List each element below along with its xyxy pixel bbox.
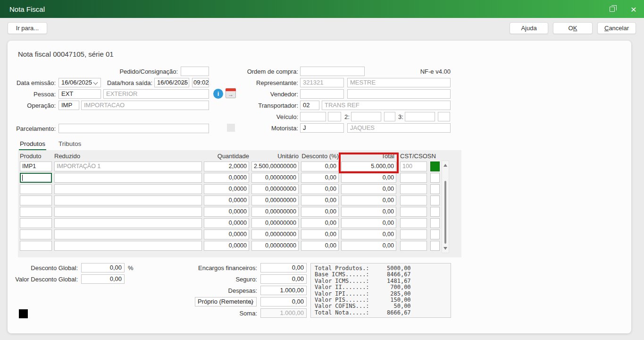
produto-cell[interactable]: IMP1 — [20, 162, 52, 171]
unitario-cell[interactable]: 0,00000000 — [251, 218, 299, 228]
total-cell[interactable]: 0,00 — [341, 173, 396, 183]
cst-csosn-cell[interactable] — [400, 184, 427, 194]
cst-csosn-cell[interactable] — [400, 207, 427, 217]
representante-code-field[interactable]: 321321 — [300, 78, 344, 87]
quantidade-cell[interactable]: 0,0000 — [204, 173, 249, 183]
cst-csosn-cell[interactable] — [400, 173, 427, 183]
quantidade-cell[interactable]: 2,0000 — [204, 162, 249, 171]
pedido-consignacao-field[interactable] — [181, 67, 209, 76]
total-cell[interactable]: 5.000,00 — [341, 162, 396, 171]
operacao-name-field[interactable]: IMPORTACAO — [81, 101, 209, 110]
cst-csosn-cell[interactable] — [400, 196, 427, 205]
reduzido-cell[interactable] — [54, 184, 202, 194]
cst-csosn-cell[interactable] — [400, 218, 427, 228]
quantidade-cell[interactable]: 0,0000 — [204, 218, 249, 228]
data-emissao-select[interactable]: 16/06/2025 — [59, 78, 101, 87]
reduzido-cell[interactable] — [54, 230, 202, 239]
unitario-cell[interactable]: 0,00000000 — [251, 230, 299, 239]
data-saida-select[interactable]: 16/06/2025 — [154, 78, 189, 87]
total-cell[interactable]: 0,00 — [341, 218, 396, 228]
ordem-compra-field[interactable] — [300, 67, 365, 76]
total-cell[interactable]: 0,00 — [341, 230, 396, 239]
calendar-schedule-icon[interactable]: → — [226, 88, 236, 98]
despesas-field[interactable]: 1.000,00 — [260, 286, 307, 295]
ok-button[interactable]: OK — [553, 22, 593, 34]
transportador-code-field[interactable]: 02 — [300, 101, 319, 110]
restore-window-icon[interactable] — [610, 7, 615, 12]
quantidade-cell[interactable]: 0,0000 — [204, 196, 249, 205]
scroll-up-icon[interactable] — [443, 164, 447, 167]
representante-name-field[interactable]: MESTRE — [347, 78, 451, 87]
veiculo2-uf-field[interactable] — [384, 112, 395, 121]
parcelamento-button[interactable] — [227, 124, 235, 132]
produto-cell[interactable] — [20, 207, 52, 217]
total-cell[interactable]: 0,00 — [341, 241, 396, 251]
desconto-cell[interactable]: 0,00 — [301, 218, 339, 228]
tab-tributos[interactable]: Tributos — [58, 140, 82, 151]
unitario-cell[interactable]: 0,00000000 — [251, 196, 299, 205]
reduzido-cell[interactable] — [54, 173, 202, 183]
reduzido-cell[interactable] — [54, 207, 202, 217]
transportador-name-field[interactable]: TRANS REF — [322, 101, 451, 110]
veiculo2-field[interactable] — [351, 112, 381, 121]
total-cell[interactable]: 0,00 — [341, 196, 396, 205]
vendedor-name-field[interactable] — [347, 89, 451, 99]
produto-cell[interactable] — [20, 173, 52, 183]
desconto-cell[interactable]: 0,00 — [301, 196, 339, 205]
close-window-icon[interactable]: × — [631, 4, 636, 14]
unitario-cell[interactable]: 0,00000000 — [251, 184, 299, 194]
vendedor-code-field[interactable] — [300, 89, 344, 99]
unitario-cell[interactable]: 2.500,00000000 — [251, 162, 299, 171]
veiculo1-uf-field[interactable] — [328, 112, 341, 121]
tab-produtos[interactable]: Produtos — [19, 140, 46, 151]
info-icon[interactable]: i — [213, 89, 223, 99]
parcelamento-field[interactable] — [59, 124, 209, 133]
produto-cell[interactable] — [20, 184, 52, 194]
cancel-button[interactable]: Cancelar — [597, 22, 636, 34]
veiculo3-field[interactable] — [405, 112, 435, 121]
produto-cell[interactable] — [20, 218, 52, 228]
operacao-code-field[interactable]: IMP — [59, 101, 79, 110]
cst-csosn-cell[interactable] — [400, 230, 427, 239]
pessoa-name-field[interactable]: EXTERIOR — [103, 89, 209, 99]
encargos-field[interactable]: 0,00 — [260, 263, 307, 272]
pessoa-code-field[interactable]: EXT — [59, 89, 101, 99]
total-cell[interactable]: 0,00 — [341, 207, 396, 217]
unitario-cell[interactable]: 0,00000000 — [251, 173, 299, 183]
produto-cell[interactable] — [20, 241, 52, 251]
reduzido-cell[interactable] — [54, 241, 202, 251]
quantidade-cell[interactable]: 0,0000 — [204, 184, 249, 194]
unitario-cell[interactable]: 0,00000000 — [251, 241, 299, 251]
hora-saida-field[interactable]: 09:02 — [192, 78, 209, 87]
total-cell[interactable]: 0,00 — [341, 184, 396, 194]
produto-cell[interactable] — [20, 196, 52, 205]
motorista-name-field[interactable]: JAQUES — [347, 123, 451, 133]
quantidade-cell[interactable]: 0,0000 — [204, 230, 249, 239]
unitario-cell[interactable]: 0,00000000 — [251, 207, 299, 217]
frete-field[interactable]: 0,00 — [260, 297, 307, 306]
color-swatch[interactable] — [19, 309, 28, 318]
veiculo1-field[interactable] — [300, 112, 326, 121]
scroll-down-icon[interactable] — [443, 247, 447, 250]
veiculo3-uf-field[interactable] — [438, 112, 450, 121]
produto-cell[interactable] — [20, 230, 52, 239]
valor-desconto-global-field[interactable]: 0,00 — [81, 274, 125, 284]
desconto-cell[interactable]: 0,00 — [301, 173, 339, 183]
desconto-cell[interactable]: 0,00 — [301, 230, 339, 239]
reduzido-cell[interactable]: IMPORTAÇÃO 1 — [54, 162, 202, 171]
go-to-button[interactable]: Ir para... — [8, 22, 47, 34]
desconto-cell[interactable]: 0,00 — [301, 184, 339, 194]
desconto-cell[interactable]: 0,00 — [301, 207, 339, 217]
seguro-field[interactable]: 0,00 — [260, 274, 307, 284]
grid-scrollbar[interactable] — [442, 161, 449, 253]
reduzido-cell[interactable] — [54, 196, 202, 205]
desconto-global-field[interactable]: 0,00 — [81, 263, 125, 272]
motorista-code-field[interactable]: J — [300, 123, 344, 133]
quantidade-cell[interactable]: 0,0000 — [204, 207, 249, 217]
frete-tipo-select[interactable]: Próprio (Remetente) — [195, 297, 257, 306]
scrollbar-thumb[interactable] — [444, 181, 446, 244]
quantidade-cell[interactable]: 0,0000 — [204, 241, 249, 251]
reduzido-cell[interactable] — [54, 218, 202, 228]
cst-csosn-cell[interactable] — [400, 241, 427, 251]
cst-csosn-cell[interactable]: 100 — [400, 162, 427, 171]
